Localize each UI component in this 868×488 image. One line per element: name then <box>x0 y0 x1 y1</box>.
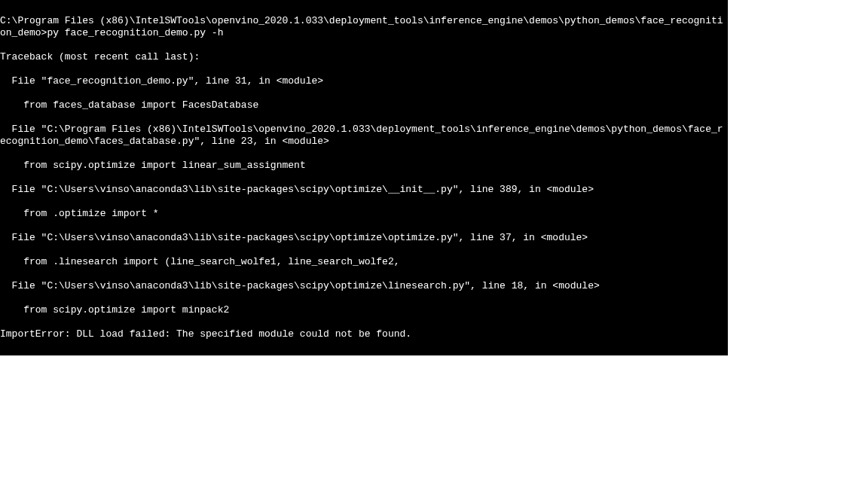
terminal-line: from scipy.optimize import linear_sum_as… <box>0 160 728 172</box>
terminal-line: from faces_database import FacesDatabase <box>0 99 728 111</box>
terminal-output[interactable]: C:\Program Files (x86)\IntelSWTools\open… <box>0 0 728 355</box>
terminal-line: from .optimize import * <box>0 208 728 220</box>
terminal-line: from .linesearch import (line_search_wol… <box>0 256 728 268</box>
stray-dot: . <box>558 286 564 298</box>
terminal-line: File "C:\Users\vinso\anaconda3\lib\site-… <box>0 232 728 244</box>
terminal-line: File "C:\Users\vinso\anaconda3\lib\site-… <box>0 280 728 292</box>
terminal-line: File "C:\Program Files (x86)\IntelSWTool… <box>0 124 728 148</box>
terminal-line: File "face_recognition_demo.py", line 31… <box>0 75 728 87</box>
terminal-line: C:\Program Files (x86)\IntelSWTools\open… <box>0 15 728 39</box>
terminal-line: ImportError: DLL load failed: The specif… <box>0 328 728 340</box>
terminal-line: Traceback (most recent call last): <box>0 51 728 63</box>
terminal-line: from scipy.optimize import minpack2 <box>0 304 728 316</box>
terminal-line: File "C:\Users\vinso\anaconda3\lib\site-… <box>0 184 728 196</box>
